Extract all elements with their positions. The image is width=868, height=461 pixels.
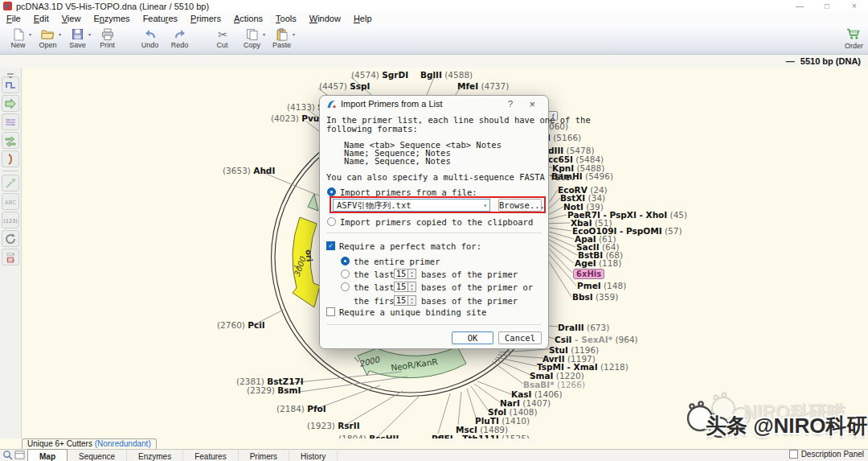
last-or-spinner[interactable]: 15 xyxy=(394,282,408,292)
translation-tool[interactable]: ABC xyxy=(2,193,19,210)
enzyme-label-msci[interactable]: MscI (1489) xyxy=(456,426,508,434)
new-button[interactable]: New▾ xyxy=(3,27,33,49)
menu-window[interactable]: Window xyxy=(303,14,347,23)
open-button[interactable]: Open▾ xyxy=(33,27,63,49)
enzyme-display-tool[interactable] xyxy=(2,113,19,130)
enzyme-label-bsshii[interactable]: (1804) BssHII xyxy=(338,434,399,438)
perfect-match-checkbox[interactable]: ✓ xyxy=(326,241,335,250)
collapse-handle[interactable] xyxy=(0,68,21,75)
cut-button[interactable]: ✂Cut xyxy=(207,27,237,49)
save-button[interactable]: Save▾ xyxy=(63,27,92,49)
panel-toggle-icon[interactable] xyxy=(14,450,25,461)
undo-button[interactable]: Undo xyxy=(135,27,165,49)
redo-button[interactable]: Redo xyxy=(165,27,194,49)
menu-features[interactable]: Features xyxy=(137,14,184,23)
aligned-sequences-tool[interactable] xyxy=(2,132,19,149)
menu-actions[interactable]: Actions xyxy=(227,14,269,23)
enzyme-label-csii[interactable]: CsiI - SexAI* (964) xyxy=(555,335,638,344)
enzyme-label-draiii[interactable]: DraIII (673) xyxy=(558,323,609,331)
description-panel-toggle[interactable]: Description Panel xyxy=(789,450,864,459)
enzyme-label-mfei[interactable]: MfeI (4737) xyxy=(457,82,509,90)
search-icon[interactable] xyxy=(2,450,13,461)
enzyme-label-ahdi[interactable]: (3653) AhdI xyxy=(223,167,275,175)
menu-enzymes[interactable]: Enzymes xyxy=(87,14,136,23)
print-button[interactable]: Print xyxy=(92,27,122,49)
minimize-button[interactable]: — xyxy=(786,2,813,10)
enzyme-label-bsabi-[interactable]: BsaBI* (1266) xyxy=(523,381,585,389)
menu-view[interactable]: View xyxy=(55,14,88,23)
menu-edit[interactable]: Edit xyxy=(27,14,55,23)
open-dropdown-icon[interactable]: ▾ xyxy=(59,31,61,37)
enzyme-label-bsmi[interactable]: (2329) BsmI xyxy=(247,386,301,394)
tab-enzymes[interactable]: Enzymes xyxy=(127,450,183,461)
cancel-button[interactable]: Cancel xyxy=(498,331,542,344)
tab-sequence[interactable]: Sequence xyxy=(68,450,127,461)
enzyme-label-kasi[interactable]: KasI (1406) xyxy=(511,390,563,398)
primer-file-combobox[interactable]: ASFV引物序列.txt ▾ xyxy=(333,199,490,212)
enzyme-label-pvui[interactable]: (4023) PvuI xyxy=(271,114,322,122)
menu-file[interactable]: File xyxy=(0,14,27,23)
enzyme-label-cc65i[interactable]: cc65I (5484) xyxy=(548,155,604,163)
enzyme-label-diii[interactable]: dIII (5478) xyxy=(548,146,595,154)
paste-button[interactable]: Paste▾ xyxy=(267,27,297,49)
last-bases-radio[interactable] xyxy=(341,270,350,278)
enzyme-label-bbsi[interactable]: BbsI (359) xyxy=(572,293,618,301)
enzyme-label-pcii[interactable]: (2760) PciI xyxy=(217,321,265,329)
enzyme-label-tspmi-xmai[interactable]: TspMI - XmaI (1218) xyxy=(537,363,628,371)
enzyme-label-agei[interactable]: AgeI (118) xyxy=(575,259,621,267)
menu-tools[interactable]: Tools xyxy=(269,14,303,23)
import-from-clipboard-radio[interactable] xyxy=(327,217,336,226)
description-panel-checkbox[interactable] xyxy=(789,450,798,459)
first-bases-spinner[interactable]: 15 xyxy=(394,295,408,306)
close-button[interactable]: × xyxy=(841,2,868,10)
enzyme-label-sgrdi[interactable]: (4574) SgrDI xyxy=(351,71,408,79)
copy-dropdown-icon[interactable]: ▾ xyxy=(263,31,265,37)
enzyme-label-pfoi[interactable]: (2184) PfoI xyxy=(276,405,326,413)
enzyme-label-sspi[interactable]: (4457) SspI xyxy=(319,82,371,90)
maximize-button[interactable]: □ xyxy=(813,2,841,10)
circular-view-tool[interactable] xyxy=(2,230,19,247)
zoom-out-control[interactable]: — xyxy=(786,56,795,66)
combo-dropdown-icon[interactable]: ▾ xyxy=(483,200,487,212)
last-or-spinner-arrows[interactable]: ▴▾ xyxy=(408,282,416,292)
entire-primer-radio[interactable] xyxy=(341,257,350,265)
enzyme-label-pmei[interactable]: PmeI (148) xyxy=(577,282,626,290)
last-or-first-radio[interactable] xyxy=(341,282,350,291)
save-dropdown-icon[interactable]: ▾ xyxy=(88,31,91,37)
dialog-close-button[interactable]: × xyxy=(529,98,535,110)
enzyme-label-sfoi[interactable]: SfoI (1408) xyxy=(488,408,538,416)
menu-help[interactable]: Help xyxy=(347,14,379,23)
ok-button[interactable]: OK xyxy=(452,331,493,344)
enzyme-label-bglii[interactable]: BglII (4588) xyxy=(420,71,473,79)
enzyme-label-stui[interactable]: StuI (1196) xyxy=(549,346,599,354)
add-feature-tool[interactable] xyxy=(2,95,19,112)
dialog-help-button[interactable]: ? xyxy=(508,99,513,109)
copy-button[interactable]: Copy▾ xyxy=(237,27,267,49)
tab-history[interactable]: History xyxy=(289,450,338,461)
enzyme-label-pflfi-tth111i[interactable]: PflFI - Tth111I (1525) xyxy=(432,434,530,438)
annotate-arrow-tool[interactable] xyxy=(2,175,19,191)
enzyme-label-rsrii[interactable]: (1923) RsrII xyxy=(307,422,360,430)
paste-dropdown-icon[interactable]: ▾ xyxy=(293,31,295,37)
enzyme-set-indicator[interactable]: Unique 6+ Cutters (Nonredundant) xyxy=(22,438,157,450)
browse-button[interactable]: Browse... xyxy=(498,199,542,212)
last-bases-spinner-arrows[interactable]: ▴▾ xyxy=(408,269,416,279)
add-primer-tool[interactable] xyxy=(2,76,19,93)
menu-primers[interactable]: Primers xyxy=(184,14,227,23)
order-button[interactable]: Order xyxy=(845,27,863,50)
first-bases-spinner-arrows[interactable]: ▴▾ xyxy=(408,295,416,306)
enzyme-label-nari[interactable]: NarI (1407) xyxy=(500,399,551,407)
new-dropdown-icon[interactable]: ▾ xyxy=(29,31,31,37)
codon-tool[interactable]: CCAC A xyxy=(2,249,19,265)
enzyme-label-bstz17i[interactable]: (2381) BstZ17I xyxy=(236,377,304,385)
dialog-title-bar[interactable]: Import Primers from a List ? × xyxy=(320,96,548,112)
enzyme-label-smai[interactable]: SmaI (1220) xyxy=(530,372,584,380)
orf-bracket-tool[interactable] xyxy=(2,150,19,167)
his-tag-badge[interactable]: 6xHis xyxy=(573,269,604,279)
tab-primers[interactable]: Primers xyxy=(239,450,289,461)
tab-features[interactable]: Features xyxy=(183,450,238,461)
nonredundant-link[interactable]: (Nonredundant) xyxy=(95,439,151,448)
unique-binding-checkbox[interactable] xyxy=(326,307,335,316)
enzyme-label-i[interactable]: I (5166) xyxy=(547,134,581,142)
numbering-tool[interactable]: (123) xyxy=(2,212,19,228)
